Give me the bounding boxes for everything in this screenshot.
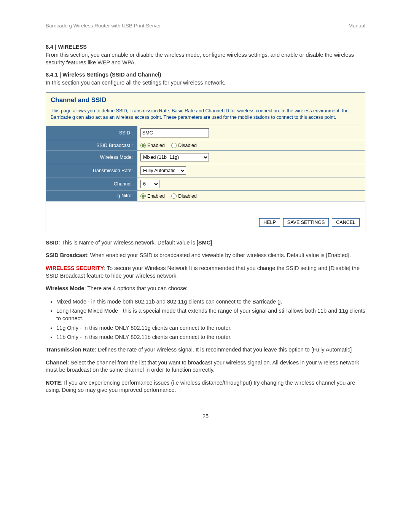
- ssid-input[interactable]: [140, 128, 209, 137]
- list-item: 11g Only - in this mode ONLY 802.11g cli…: [56, 324, 365, 332]
- channel-select[interactable]: 6: [140, 180, 159, 188]
- channel-ssid-panel: Channel and SSID This page allows you to…: [46, 92, 365, 232]
- panel-title: Channel and SSID: [51, 96, 360, 104]
- mode-select[interactable]: Mixed (11b+11g): [140, 153, 209, 161]
- broadcast-enabled-radio[interactable]: [140, 143, 146, 148]
- header-left: Barricade g Wireless Router with USB Pri…: [46, 23, 161, 29]
- settings-table: SSID : SSID Broadcast : Enabled Disabled…: [46, 126, 365, 201]
- broadcast-disabled-radio[interactable]: [171, 143, 177, 148]
- mode-desc: Wireless Mode: There are 4 options that …: [46, 285, 365, 292]
- save-button[interactable]: SAVE SETTINGS: [283, 218, 329, 227]
- broadcast-desc: SSID Broadcast: When enabled your SSID i…: [46, 252, 365, 259]
- ssid-desc: SSID: This is Name of your wireless netw…: [46, 239, 365, 247]
- channel-desc: Channel: Select the channel from the lis…: [46, 359, 365, 374]
- mode-label: Wireless Mode:: [100, 155, 133, 160]
- broadcast-enabled-text: Enabled: [147, 143, 165, 148]
- button-bar: HELP SAVE SETTINGS CANCEL: [46, 201, 365, 232]
- list-item: 11b Only - in this mode ONLY 802.11b cli…: [56, 333, 365, 341]
- page-number: 25: [46, 413, 365, 419]
- broadcast-disabled-text: Disabled: [178, 143, 197, 148]
- rate-label: Transmission Rate:: [92, 168, 133, 173]
- help-button[interactable]: HELP: [259, 218, 280, 227]
- cancel-button[interactable]: CANCEL: [332, 218, 360, 227]
- rate-select[interactable]: Fully Automatic: [140, 166, 186, 175]
- nitro-enabled-radio[interactable]: [140, 193, 146, 199]
- nitro-label: g Nitro:: [118, 193, 133, 198]
- nitro-disabled-radio[interactable]: [171, 193, 177, 199]
- rate-desc: Transmission Rate: Defines the rate of y…: [46, 346, 365, 354]
- panel-desc: This page allows you to define SSID, Tra…: [51, 108, 360, 121]
- section-8-4-1-body: In this section you can configure all th…: [46, 79, 365, 87]
- mode-list: Mixed Mode - in this mode both 802.11b a…: [56, 298, 365, 341]
- list-item: Long Range Mixed Mode - this is a specia…: [56, 307, 365, 323]
- ssid-label: SSID :: [119, 130, 133, 136]
- security-desc: WIRELESS SECURITY: To secure your Wirele…: [46, 265, 365, 280]
- section-8-4-body: From this section, you can enable or dis…: [46, 51, 365, 66]
- nitro-enabled-text: Enabled: [147, 193, 165, 199]
- broadcast-label: SSID Broadcast :: [96, 143, 133, 148]
- nitro-disabled-text: Disabled: [178, 193, 197, 199]
- section-8-4-title: 8.4 | WIRELESS: [46, 44, 365, 50]
- channel-label: Channel:: [114, 181, 133, 187]
- header-right: Manual: [349, 23, 365, 29]
- list-item: Mixed Mode - in this mode both 802.11b a…: [56, 298, 365, 305]
- section-8-4-1-title: 8.4.1 | Wireless Settings (SSID and Chan…: [46, 72, 365, 78]
- note-desc: NOTE: If you are experiencing performanc…: [46, 379, 365, 394]
- page-header: Barricade g Wireless Router with USB Pri…: [46, 23, 365, 29]
